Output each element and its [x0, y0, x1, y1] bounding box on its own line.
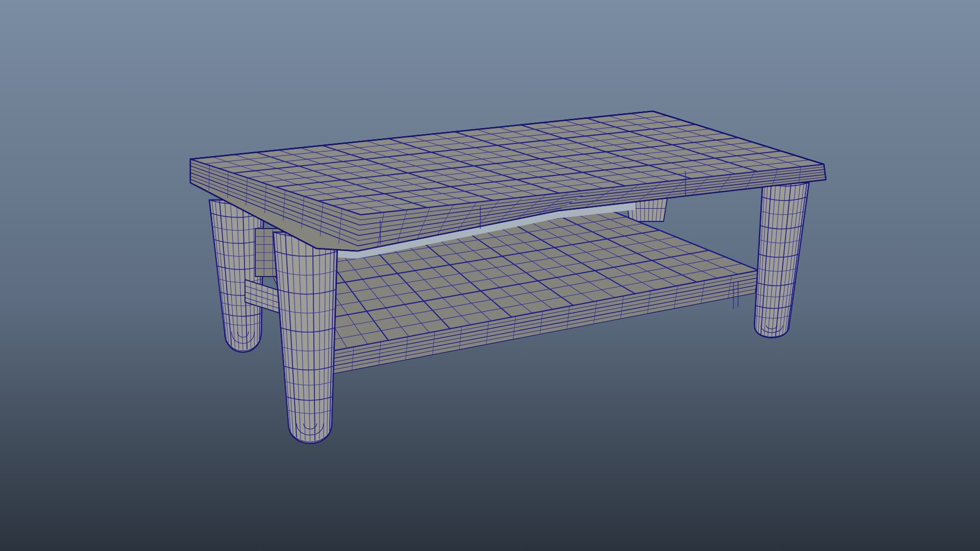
viewport-canvas[interactable]: 3d-viewport: [0, 0, 980, 551]
viewport-3d[interactable]: 3d-viewport: [0, 0, 980, 551]
